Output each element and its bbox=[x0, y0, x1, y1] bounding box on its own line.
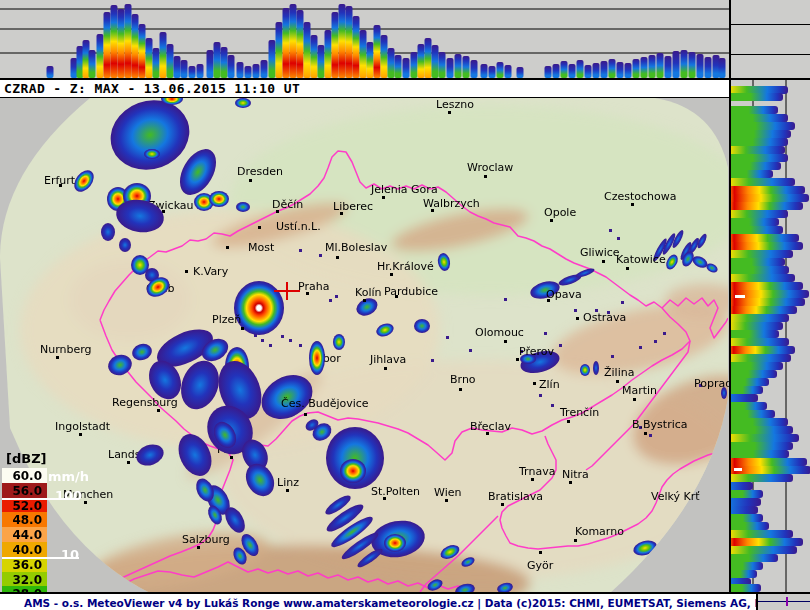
radar-echo-cell bbox=[580, 364, 590, 376]
profile-row bbox=[731, 186, 805, 194]
city-dot bbox=[84, 501, 87, 504]
corner-axis-line bbox=[758, 601, 810, 602]
profile-row bbox=[731, 466, 810, 474]
profile-row bbox=[731, 482, 753, 490]
city-label: Salzburg bbox=[182, 533, 230, 546]
profile-row bbox=[731, 442, 793, 450]
profile-column bbox=[167, 44, 174, 78]
profile-column bbox=[221, 47, 228, 78]
profile-column bbox=[463, 56, 470, 78]
profile-column bbox=[304, 22, 311, 78]
legend-entry-60.0: 60.0 bbox=[2, 468, 47, 483]
city-dot bbox=[286, 489, 289, 492]
map-canvas[interactable]: ZwickauChebTáborRegensburgLandshutPassau… bbox=[0, 98, 729, 592]
profile-column bbox=[625, 63, 632, 78]
city-dot bbox=[459, 388, 462, 391]
city-label: Opava bbox=[546, 288, 582, 301]
legend-entry-44.0: 44.0 bbox=[2, 527, 47, 542]
profile-white-core bbox=[735, 295, 745, 298]
echo-speck bbox=[329, 299, 332, 302]
city-label: Velký Krť bbox=[651, 490, 700, 503]
radar-map[interactable]: ZwickauChebTáborRegensburgLandshutPassau… bbox=[0, 98, 729, 592]
top-profile-plot bbox=[0, 0, 729, 78]
legend-entry-40.0: 40.0 bbox=[2, 542, 47, 557]
profile-column bbox=[395, 55, 402, 78]
profile-column bbox=[425, 38, 432, 78]
city-label: St.Polten bbox=[371, 485, 420, 498]
city-dot bbox=[363, 299, 366, 302]
legend-entry-36.0: 36.0 bbox=[2, 557, 47, 572]
profile-column bbox=[681, 50, 688, 78]
profile-row bbox=[731, 362, 783, 370]
echo-speck bbox=[254, 334, 257, 337]
corner-axis-tick bbox=[786, 597, 788, 606]
profile-row bbox=[731, 410, 775, 418]
echo-speck bbox=[261, 339, 264, 342]
echo-speck bbox=[469, 349, 472, 352]
profile-column bbox=[253, 64, 260, 78]
city-label: Hr.Králové bbox=[377, 260, 434, 273]
profile-column bbox=[47, 66, 54, 78]
city-dot bbox=[567, 420, 570, 423]
profile-column bbox=[367, 42, 374, 78]
echo-speck bbox=[431, 359, 434, 362]
profile-row bbox=[731, 138, 788, 146]
legend-dbz-title: [dBZ] bbox=[6, 451, 47, 466]
status-text: AMS - o.s. MeteoViewer v4 by Lukáš Ronge… bbox=[24, 597, 810, 609]
profile-row bbox=[731, 322, 783, 330]
echo-speck bbox=[663, 332, 666, 335]
profile-row bbox=[731, 538, 803, 546]
corner-gridline bbox=[731, 24, 810, 25]
profile-column bbox=[505, 65, 512, 78]
profile-row bbox=[731, 202, 803, 210]
profile-row bbox=[731, 490, 763, 498]
profile-column bbox=[318, 45, 325, 78]
city-label: Jelenia Gora bbox=[370, 183, 438, 196]
profile-column bbox=[146, 38, 153, 78]
echo-speck bbox=[299, 344, 302, 347]
profile-row bbox=[731, 154, 788, 162]
profile-column bbox=[228, 55, 235, 78]
profile-column bbox=[633, 59, 640, 78]
city-dot bbox=[336, 256, 339, 259]
profile-column bbox=[689, 52, 696, 78]
city-label: Ostrava bbox=[583, 311, 626, 324]
profile-row bbox=[731, 426, 793, 434]
city-dot bbox=[574, 539, 577, 542]
profile-column bbox=[497, 62, 504, 78]
profile-row bbox=[731, 274, 795, 282]
city-label: Plzeň bbox=[212, 313, 241, 326]
echo-speck bbox=[654, 340, 657, 343]
city-dot bbox=[127, 461, 130, 464]
profile-column bbox=[311, 35, 318, 78]
city-dot bbox=[226, 246, 229, 249]
city-label: Györ bbox=[527, 559, 554, 572]
echo-speck bbox=[281, 335, 284, 338]
profile-column bbox=[174, 56, 181, 78]
radar-echo-cell bbox=[209, 191, 229, 207]
city-dot bbox=[258, 226, 261, 229]
profile-row bbox=[731, 370, 777, 378]
profile-column bbox=[455, 54, 462, 78]
profile-column bbox=[447, 58, 454, 78]
profile-row bbox=[731, 506, 758, 514]
legend-entry-56.0: 56.0 bbox=[2, 483, 47, 498]
echo-speck bbox=[639, 346, 642, 349]
profile-column bbox=[403, 58, 410, 78]
city-dot bbox=[602, 260, 605, 263]
profile-row bbox=[731, 226, 783, 234]
city-label: Czestochowa bbox=[604, 190, 676, 203]
profile-column bbox=[601, 61, 608, 78]
city-dot bbox=[633, 398, 636, 401]
profile-row bbox=[731, 584, 761, 592]
title-bar: CZRAD - Z: MAX - 13.06.2015 11:10 UT bbox=[0, 80, 729, 98]
city-label: Trnava bbox=[518, 465, 555, 478]
profile-column bbox=[269, 40, 276, 78]
profile-column bbox=[569, 64, 576, 78]
radar-echo-cell bbox=[236, 202, 250, 212]
city-label: Wien bbox=[434, 486, 461, 499]
profile-column bbox=[290, 4, 297, 78]
city-dot bbox=[230, 456, 233, 459]
profile-column bbox=[439, 52, 446, 78]
radar-echo-cell bbox=[144, 149, 160, 159]
